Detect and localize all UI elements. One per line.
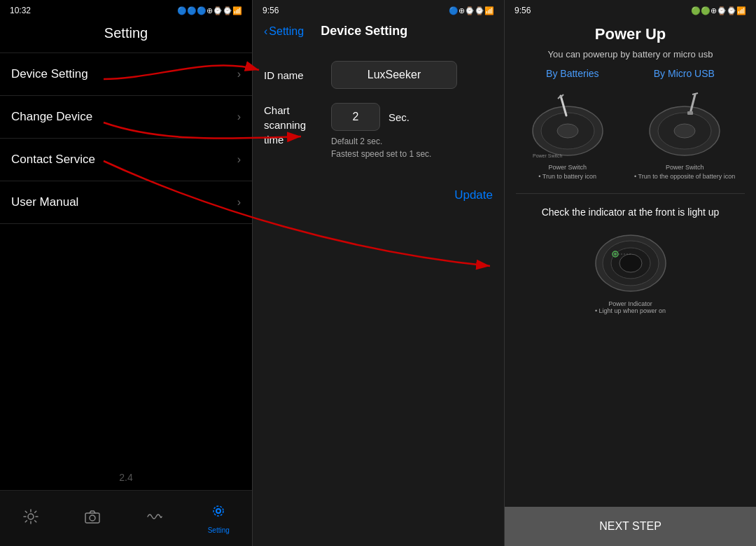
back-chevron-icon: ‹ [264,25,267,38]
bottom-nav: Setting [0,490,252,546]
next-step-label: NEXT STEP [599,520,662,533]
time-3: 9:56 [514,6,531,15]
svg-line-7 [25,520,27,522]
chevron-icon-manual: › [237,196,241,209]
svg-text:Power Switch: Power Switch [533,153,563,158]
nav-camera[interactable] [76,503,109,535]
next-step-button[interactable]: NEXT STEP [505,507,756,546]
back-button[interactable]: ‹ Setting [264,25,304,38]
power-subtitle: You can powerup by battery or micro usb [505,49,756,65]
sec-label: Sec. [388,111,410,123]
back-label: Setting [269,25,304,38]
svg-rect-25 [687,111,693,115]
indicator-section: Check the indicator at the front is ligh… [505,200,756,321]
panel-device: 9:56 🔵⊕⌚⌚📶 ‹ Setting Device Setting ID n… [252,0,504,546]
svg-line-18 [558,96,561,99]
indicator-title: Check the indicator at the front is ligh… [516,206,745,218]
usb-caption: Power Switch• Trun to the opposite of ba… [634,163,735,181]
svg-point-32 [614,253,617,255]
chart-scanning-row: Chartscanningtime Sec. Default 2 sec. Fa… [264,103,493,160]
menu-item-user-manual[interactable]: User Manual › [0,181,252,224]
chart-scanning-label: Chartscanningtime [264,103,320,147]
hint2: Fastest speed set to 1 sec. [331,148,431,160]
chevron-icon-device: › [237,68,241,80]
device-nav-bar: ‹ Setting Device Setting [253,18,504,47]
indicator-svg [589,225,673,295]
time-1: 10:32 [10,6,31,15]
change-device-label: Change Device [11,110,92,124]
nav-setting[interactable]: Setting [200,497,238,540]
battery-caption: Power Switch• Trun to battery icon [538,163,596,181]
method-usb: By Micro USB [654,68,715,79]
menu-list: Device Setting › Change Device › Contact… [0,52,252,224]
chart-value-input[interactable] [331,103,380,131]
svg-line-8 [35,511,36,512]
usb-device-wrap: Power Switch• Trun to the opposite of ba… [634,89,735,181]
svg-point-10 [90,515,95,521]
version-text: 2.4 [0,472,252,483]
method-battery: By Batteries [546,68,598,79]
battery-device-svg: Power Switch [526,89,610,159]
chevron-icon-change: › [237,111,241,123]
device-form: ID name Chartscanningtime Sec. Default 2… [253,47,504,174]
svg-point-12 [214,506,223,516]
id-name-row: ID name [264,61,493,89]
menu-item-contact-service[interactable]: Contact Service › [0,139,252,181]
setting-icon [210,503,227,524]
status-bar-3: 9:56 🟢🟢⊕⌚⌚📶 [505,0,756,18]
power-images: Power Switch Power Switch• Trun to batte… [505,82,756,188]
svg-point-30 [620,254,642,272]
panel-settings: 10:32 🔵🔵🔵⊕⌚⌚📶 Setting Device Setting › C… [0,0,252,546]
nav-brightness[interactable] [14,503,48,535]
svg-point-16 [557,124,578,138]
svg-point-23 [674,124,695,138]
page-title-settings: Setting [0,18,252,52]
svg-line-19 [561,94,564,97]
hint-text: Default 2 sec. Fastest speed set to 1 se… [331,135,431,160]
chart-input-row: Sec. [331,103,431,131]
status-icons-2: 🔵⊕⌚⌚📶 [449,6,494,15]
svg-rect-9 [85,513,99,523]
indicator-image [516,225,745,295]
svg-point-11 [216,509,220,513]
hint1: Default 2 sec. [331,135,431,148]
device-setting-label: Device Setting [11,67,88,81]
panel-power: 9:56 🟢🟢⊕⌚⌚📶 Power Up You can powerup by … [504,0,756,546]
power-methods: By Batteries By Micro USB [505,65,756,82]
id-name-label: ID name [264,69,320,81]
chart-right: Sec. Default 2 sec. Fastest speed set to… [331,103,431,160]
status-bar-1: 10:32 🔵🔵🔵⊕⌚⌚📶 [0,0,252,18]
status-icons-3: 🟢🟢⊕⌚⌚📶 [691,6,746,15]
divider [516,193,745,194]
id-name-input[interactable] [331,61,457,89]
battery-device-wrap: Power Switch Power Switch• Trun to batte… [526,89,610,181]
chevron-icon-contact: › [237,153,241,166]
menu-item-device-setting[interactable]: Device Setting › [0,53,252,96]
update-button[interactable]: Update [454,188,493,202]
contact-service-label: Contact Service [11,153,95,167]
user-manual-label: User Manual [11,195,78,209]
status-bar-2: 9:56 🔵⊕⌚⌚📶 [253,0,504,18]
time-2: 9:56 [262,6,279,15]
menu-item-change-device[interactable]: Change Device › [0,96,252,139]
usb-device-svg [643,89,727,159]
camera-icon [84,508,101,529]
svg-line-26 [692,93,698,94]
update-button-wrap: Update [253,188,504,202]
power-title: Power Up [505,18,756,49]
svg-line-5 [25,511,27,512]
indicator-caption: Power Indicator• Light up when power on [516,300,745,314]
svg-line-6 [35,520,36,522]
setting-nav-label: Setting [208,526,230,534]
brightness-icon [22,508,39,529]
status-icons-1: 🔵🔵🔵⊕⌚⌚📶 [177,6,242,15]
wave-icon [146,508,163,529]
svg-point-0 [28,514,34,519]
nav-wave[interactable] [138,503,172,535]
device-setting-title: Device Setting [321,24,407,38]
